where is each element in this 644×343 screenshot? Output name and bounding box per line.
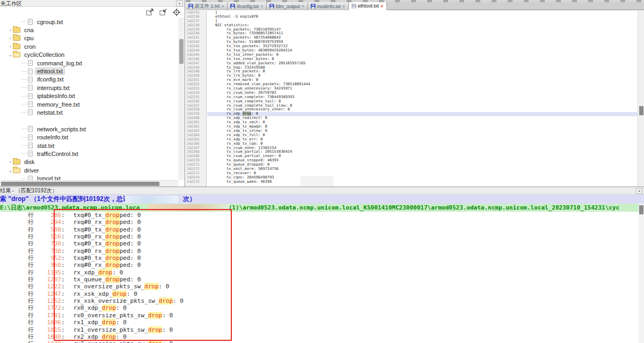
tab-fdm_output[interactable]: fdm_output✕ bbox=[267, 2, 308, 10]
search-result-row[interactable]: 行1772:rx0_xdp_drop: 0 bbox=[0, 304, 639, 311]
search-result-row[interactable]: 行1806:rx1_xdp_drop: 0 bbox=[0, 319, 639, 326]
result-text: rx_oversize_pkts_sw_drop: 0 bbox=[74, 283, 170, 290]
tree-file-row[interactable]: stat.txt bbox=[0, 141, 178, 150]
close-icon[interactable]: ✕ bbox=[302, 4, 305, 9]
match-highlight: drop bbox=[148, 326, 163, 333]
redaction-patch bbox=[148, 204, 230, 211]
tree-connector-line bbox=[21, 96, 27, 96]
results-close-button[interactable]: × bbox=[636, 188, 642, 194]
workspace-vertical-scrollbar[interactable] bbox=[178, 18, 185, 180]
scrollbar-thumb[interactable] bbox=[639, 205, 643, 214]
file-icon bbox=[28, 69, 33, 74]
tab-ethtool.txt[interactable]: ethtool.txt✕ bbox=[349, 2, 387, 10]
tree-connector-line bbox=[21, 71, 27, 72]
chevron-right-icon[interactable]: › bbox=[8, 27, 13, 33]
tree-folder-row[interactable]: ⌄cyclicCollection bbox=[0, 51, 178, 59]
result-line-label: 行 bbox=[28, 297, 36, 304]
tree-file-row[interactable]: ethtool.txt bbox=[0, 67, 178, 75]
search-result-row[interactable]: 行1247:rx_xsk_xdp_drop: 0 bbox=[0, 290, 639, 297]
search-result-row[interactable]: 行1849:rx2_oversize_pkts_sw_drop: 0 bbox=[0, 340, 639, 343]
result-colon: : bbox=[61, 233, 65, 240]
result-file-path[interactable]: E:\日志\armod0523.odata.ncmp.unicom.locaar… bbox=[0, 204, 639, 212]
search-result-row[interactable]: 行952:txq#0_tx_dropped: 0 bbox=[0, 255, 639, 262]
close-icon[interactable]: ✕ bbox=[342, 4, 346, 9]
tree-folder-row[interactable]: ⌄driver bbox=[0, 166, 178, 174]
search-result-row[interactable]: 行1781:rx0_oversize_pkts_sw_drop: 0 bbox=[0, 312, 639, 319]
chevron-right-icon[interactable]: › bbox=[8, 159, 13, 165]
result-line-label: 行 bbox=[28, 312, 36, 319]
locate-file-icon[interactable] bbox=[173, 9, 180, 17]
search-result-row[interactable]: 行1840:rx2_xdp_drop: 0 bbox=[0, 333, 639, 340]
tree-folder-row[interactable]: ›disk bbox=[0, 158, 178, 166]
tree-file-row[interactable]: memory_free.txt bbox=[0, 100, 178, 108]
close-icon[interactable]: ✕ bbox=[222, 4, 225, 9]
search-result-row[interactable]: 行294:rxq#0_rx_dropped: 0 bbox=[0, 219, 639, 226]
search-result-row[interactable]: 行1252:rx_xsk_oversize_pkts_sw_drop: 0 bbox=[0, 297, 639, 304]
tree-file-row[interactable]: routeInfo.txt bbox=[0, 133, 178, 141]
results-vertical-scrollbar[interactable] bbox=[639, 204, 644, 343]
search-result-row[interactable]: 行960:rxq#0_rx_dropped: 0 bbox=[0, 262, 639, 269]
workspace-horizontal-scrollbar[interactable] bbox=[0, 180, 178, 187]
tree-file-row[interactable]: interrupts.txt bbox=[0, 84, 178, 92]
file-icon bbox=[28, 60, 33, 66]
tree-file-row[interactable]: cgroup.txt bbox=[0, 18, 178, 26]
chevron-down-icon[interactable]: ⌄ bbox=[8, 52, 13, 57]
scrollbar-thumb[interactable] bbox=[639, 106, 643, 115]
scrollbar-thumb[interactable] bbox=[1, 182, 159, 186]
tree-file-row[interactable]: netstat.txt bbox=[0, 108, 178, 116]
result-line-number: 508 bbox=[36, 226, 61, 233]
tree-item-label: iptablesInfo.txt bbox=[35, 93, 77, 99]
search-result-row[interactable]: 行286:txq#0_tx_dropped: 0 bbox=[0, 212, 639, 219]
result-line-label: 行 bbox=[28, 340, 36, 343]
tab-modinfo.txt[interactable]: modinfo.txt✕ bbox=[308, 2, 349, 10]
editor-line: tx_cqes: 204596498793 bbox=[207, 176, 638, 180]
editor-line: tx_added_vlan_packets: 205165957165 bbox=[207, 62, 638, 66]
result-line-number: 516 bbox=[36, 233, 61, 240]
tab-ifconfig.txt[interactable]: ifconfig.txt✕ bbox=[228, 2, 266, 10]
result-colon: : bbox=[61, 269, 65, 276]
search-result-row[interactable]: 行516:rxq#0_rx_dropped: 0 bbox=[0, 233, 639, 240]
search-result-row[interactable]: 行1815:rx1_oversize_pkts_sw_drop: 0 bbox=[0, 326, 639, 333]
tree-file-row[interactable]: iptablesInfo.txt bbox=[0, 92, 178, 100]
editor-body[interactable]: 1422351422361422371422381422391422401422… bbox=[186, 10, 644, 187]
search-result-row[interactable]: 行1207:tx_queue_dropped: 0 bbox=[0, 276, 639, 283]
result-colon: : bbox=[61, 262, 65, 269]
tree-folder-row[interactable]: ›cron bbox=[0, 42, 178, 50]
tree-file-row[interactable]: command_log.txt bbox=[0, 59, 178, 67]
expand-all-icon[interactable] bbox=[146, 9, 154, 17]
search-result-row[interactable]: 行730:txq#0_tx_dropped: 0 bbox=[0, 240, 639, 247]
tab-新文件 1.txt[interactable]: 新文件 1.txt✕ bbox=[186, 2, 228, 10]
tree-file-row[interactable]: trafficControl.txt bbox=[0, 150, 178, 158]
chevron-right-icon[interactable]: › bbox=[8, 35, 13, 41]
line-number: 142275 bbox=[186, 180, 206, 184]
tab-label: ifconfig.txt bbox=[237, 4, 259, 9]
tree-folder-row[interactable]: ›cpu bbox=[0, 34, 178, 42]
tree-file-row[interactable]: network_scripts.txt bbox=[0, 125, 178, 133]
result-text: rx_xsk_oversize_pkts_sw_drop: 0 bbox=[74, 297, 184, 304]
tree-item-label: lsmod.txt bbox=[35, 175, 62, 180]
chevron-down-icon[interactable]: ⌄ bbox=[8, 168, 13, 173]
match-highlight: drop bbox=[105, 219, 120, 226]
collapse-all-icon[interactable] bbox=[159, 9, 167, 17]
editor-vertical-scrollbar[interactable] bbox=[638, 11, 644, 187]
tree-file-row[interactable]: ifconfig.txt bbox=[0, 76, 178, 84]
result-line-number: 1849 bbox=[36, 340, 61, 343]
current-editor-line: rx_xdp_drop: 0 bbox=[207, 112, 638, 116]
search-result-row[interactable]: 行1222:rx_oversize_pkts_sw_drop: 0 bbox=[0, 283, 639, 290]
search-result-row[interactable]: 行738:rxq#0_rx_dropped: 0 bbox=[0, 248, 639, 255]
tab-label: 新文件 1.txt bbox=[195, 3, 220, 10]
close-icon[interactable]: ✕ bbox=[380, 4, 384, 9]
file-icon bbox=[28, 143, 33, 148]
result-line-number: 738 bbox=[36, 248, 61, 255]
tree-folder-row[interactable]: ›cna bbox=[0, 26, 178, 34]
close-icon[interactable]: ✕ bbox=[260, 4, 264, 9]
tree-file-row[interactable]: lsmod.txt bbox=[0, 174, 178, 180]
search-result-row[interactable]: 行1195:rx_xdp_drop: 0 bbox=[0, 269, 639, 276]
editor-text-area[interactable]: }ethtool -S enp1s0f0{NIC statistics: rx_… bbox=[207, 11, 638, 187]
workspace-close-button[interactable]: × bbox=[176, 1, 183, 6]
chevron-right-icon[interactable]: › bbox=[8, 44, 13, 49]
search-result-row[interactable]: 行508:txq#0_tx_dropped: 0 bbox=[0, 226, 639, 233]
result-rows: 行286:txq#0_tx_dropped: 0行294:rxq#0_rx_dr… bbox=[0, 212, 639, 343]
scrollbar-thumb[interactable] bbox=[179, 39, 184, 64]
result-line-label: 行 bbox=[28, 269, 36, 276]
